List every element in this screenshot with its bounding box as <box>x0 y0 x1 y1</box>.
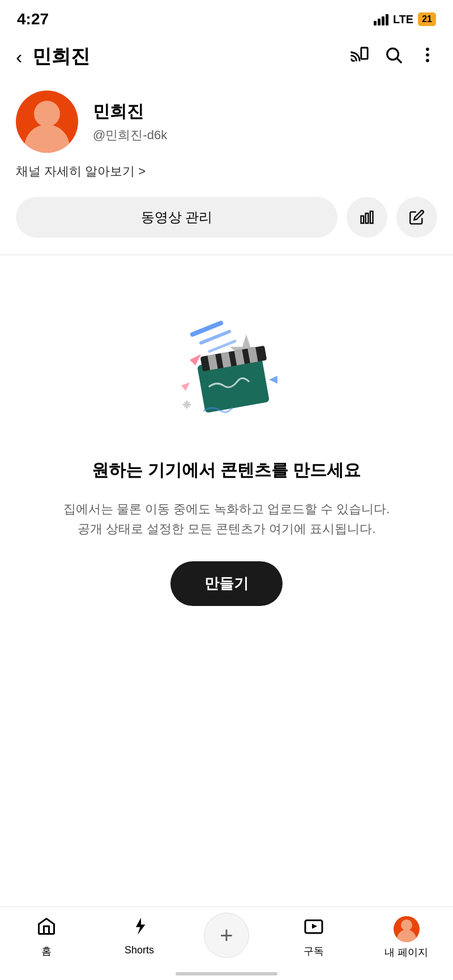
nav-home[interactable]: 홈 <box>18 916 75 958</box>
search-icon[interactable] <box>384 45 403 68</box>
shorts-icon <box>129 916 149 941</box>
create-nav-button[interactable]: + <box>204 913 249 958</box>
my-page-label: 내 페이지 <box>384 945 428 959</box>
nav-shorts[interactable]: Shorts <box>111 916 168 956</box>
svg-rect-8 <box>370 212 373 223</box>
nav-avatar <box>394 916 420 942</box>
empty-state: 원하는 기기에서 콘텐츠를 만드세요 집에서는 물론 이동 중에도 녹화하고 업… <box>0 261 453 629</box>
channel-header: 민희진 @민희진-d6k <box>0 79 453 158</box>
clapperboard-svg <box>159 306 294 431</box>
top-nav: ‹ 민희진 <box>0 34 453 79</box>
chevron-right-icon: > <box>138 164 146 179</box>
svg-marker-26 <box>269 376 277 384</box>
action-bar: 동영상 관리 <box>0 191 453 249</box>
svg-marker-14 <box>181 382 190 391</box>
section-divider <box>0 255 453 255</box>
status-time: 4:27 <box>17 10 49 28</box>
channel-info: 민희진 @민희진-d6k <box>93 100 167 144</box>
home-indicator <box>176 972 277 975</box>
svg-rect-0 <box>361 48 367 59</box>
shorts-label: Shorts <box>125 944 154 956</box>
avatar-body <box>24 124 70 153</box>
avatar-head <box>34 101 60 127</box>
svg-line-11 <box>210 341 235 351</box>
battery-indicator: 21 <box>418 12 436 26</box>
home-label: 홈 <box>41 944 52 958</box>
svg-point-1 <box>387 48 399 59</box>
svg-line-10 <box>201 332 229 343</box>
nav-subscriptions[interactable]: 구독 <box>285 916 342 958</box>
avatar-person <box>16 91 78 153</box>
signal-icon <box>374 13 388 25</box>
status-bar: 4:27 LTE 21 <box>0 0 453 34</box>
manage-videos-button[interactable]: 동영상 관리 <box>16 197 337 238</box>
nav-my-page[interactable]: 내 페이지 <box>378 916 435 959</box>
channel-detail-link[interactable]: 채널 자세히 알아보기 > <box>0 158 453 191</box>
svg-marker-12 <box>190 354 201 366</box>
bottom-nav: 홈 Shorts + 구독 내 페이지 <box>0 906 453 980</box>
channel-name: 민희진 <box>93 100 167 123</box>
home-icon <box>36 916 57 941</box>
nav-avatar-head <box>401 919 412 931</box>
avatar <box>16 91 78 153</box>
nav-avatar-body <box>397 930 416 942</box>
empty-illustration <box>159 306 294 431</box>
cast-icon[interactable] <box>350 45 369 68</box>
edit-button[interactable] <box>396 197 437 238</box>
svg-line-2 <box>397 58 401 63</box>
subscriptions-label: 구독 <box>304 944 324 958</box>
empty-desc: 집에서는 물론 이동 중에도 녹화하고 업로드할 수 있습니다.공개 상태로 설… <box>63 499 390 539</box>
svg-marker-28 <box>312 924 317 929</box>
subscriptions-icon <box>304 916 324 941</box>
create-button[interactable]: 만들기 <box>170 561 283 606</box>
status-icons: LTE 21 <box>374 12 436 26</box>
svg-rect-7 <box>366 213 369 223</box>
nav-title: 민희진 <box>32 44 90 70</box>
channel-detail-text: 채널 자세히 알아보기 <box>16 163 135 180</box>
lte-label: LTE <box>393 13 413 26</box>
svg-rect-6 <box>361 216 364 223</box>
nav-right <box>350 45 437 68</box>
analytics-button[interactable] <box>347 197 387 238</box>
svg-point-4 <box>426 53 429 57</box>
back-button[interactable]: ‹ <box>16 47 22 66</box>
plus-icon: + <box>220 924 233 947</box>
more-options-icon[interactable] <box>418 45 437 68</box>
nav-left: ‹ 민희진 <box>16 44 90 70</box>
svg-line-9 <box>193 323 221 334</box>
svg-point-5 <box>426 59 429 62</box>
svg-point-3 <box>426 48 429 51</box>
empty-title: 원하는 기기에서 콘텐츠를 만드세요 <box>92 459 361 482</box>
channel-handle: @민희진-d6k <box>93 127 167 144</box>
